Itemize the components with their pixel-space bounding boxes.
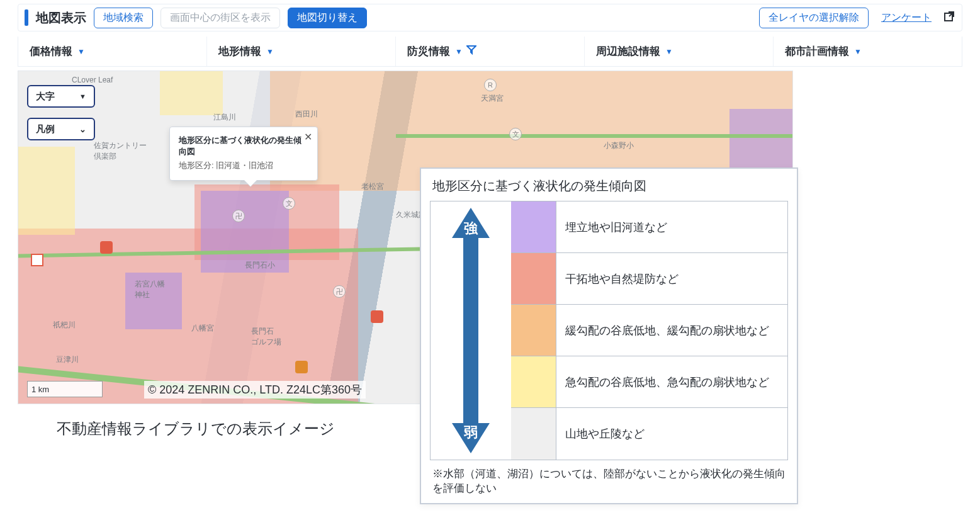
map-copyright: © 2024 ZENRIN CO., LTD. Z24LC第360号 bbox=[144, 381, 366, 399]
popout-icon[interactable] bbox=[943, 10, 955, 25]
legend-swatch bbox=[511, 201, 556, 253]
tab-label: 価格情報 bbox=[30, 44, 72, 59]
tab-label: 都市計画情報 bbox=[785, 44, 849, 59]
survey-link[interactable]: アンケート bbox=[881, 11, 932, 25]
tooltip-body: 地形区分: 旧河道・旧池沼 bbox=[179, 160, 308, 171]
legend-note: ※水部（河道、湖沼）については、陸部がないことから液状化の発生傾向を評価しない bbox=[430, 460, 788, 499]
tab-label: 地形情報 bbox=[218, 44, 261, 59]
tooltip-title: 地形区分に基づく液状化の発生傾向図 bbox=[179, 135, 308, 157]
oaza-select-label: 大字 bbox=[36, 91, 55, 103]
tab-disaster[interactable]: 防災情報 ▼ bbox=[396, 37, 585, 66]
center-block-button: 画面中心の街区を表示 bbox=[161, 8, 280, 28]
oaza-select[interactable]: 大字 ▼ bbox=[27, 85, 95, 108]
legend-row-label: 山地や丘陵など bbox=[565, 426, 645, 441]
tab-label: 周辺施設情報 bbox=[596, 44, 660, 59]
figure-caption: 不動産情報ライブラリでの表示イメージ bbox=[57, 419, 335, 439]
region-search-button[interactable]: 地域検索 bbox=[94, 8, 153, 28]
caret-down-icon: ▼ bbox=[266, 47, 274, 56]
tab-terrain[interactable]: 地形情報 ▼ bbox=[207, 37, 396, 66]
legend-row: 緩勾配の谷底低地、緩勾配の扇状地など bbox=[556, 305, 787, 356]
legend-swatch bbox=[511, 408, 556, 460]
legend-strong-label: 強 bbox=[464, 219, 478, 238]
svg-marker-1 bbox=[452, 208, 490, 453]
clear-layers-button[interactable]: 全レイヤの選択解除 bbox=[759, 8, 869, 28]
legend-swatch bbox=[511, 356, 556, 408]
legend-title: 地形区分に基づく液状化の発生傾向図 bbox=[432, 178, 788, 195]
close-icon[interactable]: ✕ bbox=[304, 131, 312, 143]
legend-body: 強 弱 埋立地や旧河道など 干拓地や自然堤防など 緩勾配の谷底低地、緩勾配の扇状… bbox=[430, 201, 788, 460]
legend-swatch bbox=[511, 253, 556, 305]
tab-facilities[interactable]: 周辺施設情報 ▼ bbox=[585, 37, 774, 66]
legend-panel: 地形区分に基づく液状化の発生傾向図 強 弱 埋立地や旧河道など 干拓地や自然堤防… bbox=[420, 167, 798, 504]
legend-row-label: 急勾配の谷底低地、急勾配の扇状地など bbox=[565, 375, 769, 390]
legend-row: 急勾配の谷底低地、急勾配の扇状地など bbox=[556, 356, 787, 408]
scalebar: 1 km bbox=[27, 381, 103, 397]
topbar: 地図表示 地域検索 画面中心の街区を表示 地図切り替え 全レイヤの選択解除 アン… bbox=[18, 4, 962, 31]
legend-arrow-cell: 強 弱 bbox=[431, 201, 511, 460]
caret-down-icon: ▼ bbox=[455, 47, 463, 56]
caret-down-icon: ▼ bbox=[79, 93, 86, 100]
layer-tabs: 価格情報 ▼ 地形情報 ▼ 防災情報 ▼ 周辺施設情報 ▼ 都市計画情報 ▼ bbox=[18, 37, 962, 67]
legend-row-label: 埋立地や旧河道など bbox=[565, 220, 667, 235]
filter-icon bbox=[466, 45, 476, 58]
legend-weak-label: 弱 bbox=[464, 423, 478, 442]
legend-row-label: 干拓地や自然堤防など bbox=[565, 271, 679, 286]
legend-row: 埋立地や旧河道など bbox=[556, 201, 787, 253]
intensity-arrow-icon bbox=[452, 208, 490, 453]
legend-row-label: 緩勾配の谷底低地、緩勾配の扇状地など bbox=[565, 323, 769, 338]
topbar-accent bbox=[25, 9, 28, 26]
switch-map-button[interactable]: 地図切り替え bbox=[288, 8, 367, 28]
legend-toggle-label: 凡例 bbox=[36, 123, 55, 135]
caret-down-icon: ▼ bbox=[665, 47, 673, 56]
tab-urban-plan[interactable]: 都市計画情報 ▼ bbox=[774, 37, 962, 66]
chevron-down-icon: ⌄ bbox=[79, 125, 86, 134]
legend-row: 山地や丘陵など bbox=[556, 408, 787, 460]
tab-label: 防災情報 bbox=[407, 44, 450, 59]
legend-toggle[interactable]: 凡例 ⌄ bbox=[27, 118, 95, 140]
caret-down-icon: ▼ bbox=[77, 47, 85, 56]
legend-row: 干拓地や自然堤防など bbox=[556, 253, 787, 305]
caret-down-icon: ▼ bbox=[854, 47, 862, 56]
scalebar-label: 1 km bbox=[31, 385, 49, 394]
legend-labels-column: 埋立地や旧河道など 干拓地や自然堤防など 緩勾配の谷底低地、緩勾配の扇状地など … bbox=[556, 201, 787, 460]
map-tooltip: ✕ 地形区分に基づく液状化の発生傾向図 地形区分: 旧河道・旧池沼 bbox=[169, 127, 318, 181]
tab-price[interactable]: 価格情報 ▼ bbox=[18, 37, 207, 66]
page-title: 地図表示 bbox=[36, 9, 86, 26]
legend-swatch bbox=[511, 305, 556, 356]
legend-swatch-column bbox=[511, 201, 556, 460]
